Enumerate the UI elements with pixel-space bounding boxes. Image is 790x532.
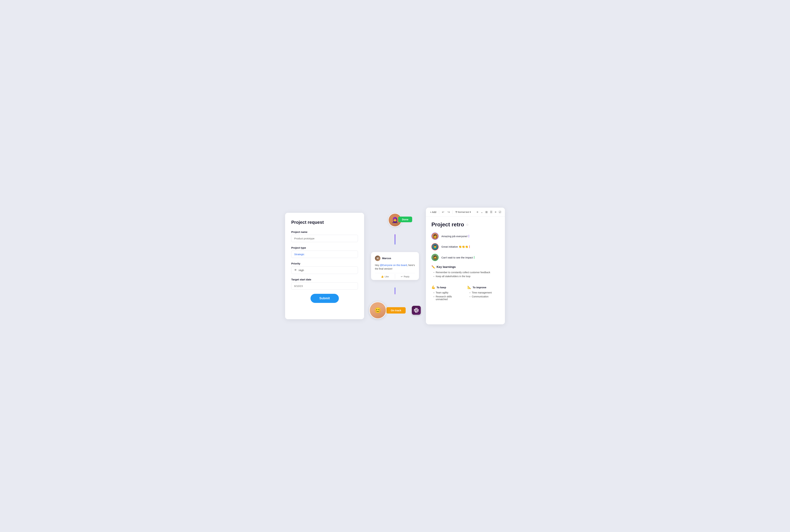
checklist-icon[interactable]: ☑ [498,210,502,214]
workflow-avatar-2: 😊 [369,302,386,319]
avatar-male-person: 😊 [370,302,386,318]
keep-item-1: Team agility [434,291,463,294]
chat-card: M Marcus Hey @Everyone on this board, he… [371,252,419,280]
target-date-field: Target start date [291,278,358,290]
project-name-label: Project name [291,230,358,233]
commenter-avatar-1: 👩 [431,232,439,240]
two-col-section: 💪 To keep Team agility Research skills u… [431,281,499,302]
chat-author-name: Marcus [382,257,391,260]
connector-line-top [394,234,396,245]
chevron-icon[interactable]: ⌄ [480,210,484,214]
improve-item-2: Communication [470,295,499,298]
add-button[interactable]: + Add [429,210,437,214]
key-learnings-title: Key learnings [437,265,456,269]
learning-2-text: Keep all stakeholders in the loop [436,275,471,278]
on-track-badge: On track [386,307,406,314]
slack-icon-container [409,306,421,315]
like-label: Like [385,275,389,278]
doc-toolbar: + Add ↩ ↪ T Normal text ▾ ≡ ⌄ ⊞ ☰ ≡ ☑ [426,208,505,216]
doc-title-row: Project retro ☆ [431,221,499,228]
to-keep-heading: 💪 To keep [431,285,463,289]
workflow-bottom: 😊 On track [369,302,421,319]
cursor-3 [474,256,474,259]
toolbar-divider-1 [439,210,439,214]
chat-message-before: Hey [375,264,380,267]
project-name-input[interactable] [291,235,358,242]
commenter-avatar-3: 🧔 [431,254,439,261]
connector-line-bottom [394,287,396,294]
priority-input[interactable]: 👁 High [291,266,358,274]
project-type-input[interactable] [291,250,358,258]
doc-content: Project retro ☆ 👩 Amazing job everyone! … [426,216,505,307]
done-badge: Done [398,216,412,222]
undo-button[interactable]: ↩ [441,210,445,214]
to-improve-heading: 📐 To improve [467,285,499,289]
commenter-2-person: 👨‍🦱 [432,244,438,250]
to-improve-title: To improve [473,286,486,289]
project-type-field: Project type [291,246,358,258]
comment-text-3: Can't wait to see the impact [441,256,499,259]
align-icon[interactable]: ≡ [476,210,479,214]
improve-item-1: Time management [470,291,499,294]
comment-item-1: 👩 Amazing job everyone! [431,232,499,240]
cursor-1 [469,235,469,238]
keep-item-2: Research skills unmatched [434,295,463,301]
to-keep-section: 💪 To keep Team agility Research skills u… [431,281,463,302]
key-learnings-emoji: ✏️ [431,265,435,269]
like-button[interactable]: 👍 Like [375,273,395,280]
keep-1-text: Team agility [436,291,448,294]
target-date-label: Target start date [291,278,358,281]
learning-1-text: Remember to constantly collect customer … [436,271,490,274]
text-style-dropdown[interactable]: T Normal text ▾ [455,210,472,214]
main-canvas: Project request Project name Project typ… [285,192,505,340]
target-date-input[interactable] [291,282,358,290]
workflow-top: 🧕 Done [388,213,402,227]
project-request-form: Project request Project name Project typ… [285,213,364,319]
keep-2-text: Research skills unmatched [436,295,463,301]
to-improve-emoji: 📐 [467,285,471,289]
to-improve-section: 📐 To improve Time management Communicati… [467,281,499,302]
like-icon: 👍 [381,275,384,278]
to-keep-emoji: 💪 [431,285,435,289]
chat-author-avatar: M [375,255,381,261]
text-style-label: Normal text [458,211,469,213]
workflow-top-row: 🧕 Done [388,213,402,227]
chat-actions: 👍 Like ↩ Reply [375,273,415,280]
commenter-3-person: 🧔 [432,254,438,261]
form-title: Project request [291,220,358,225]
to-keep-list: Team agility Research skills unmatched [431,291,463,301]
text-icon: T [456,211,457,213]
improve-2-text: Communication [472,295,489,298]
chat-body: Hey @Everyone on this board, here's the … [375,263,415,271]
list-icon[interactable]: ☰ [489,210,493,214]
chevron-down-icon: ▾ [470,211,471,213]
comment-item-3: 🧔 Can't wait to see the impact [431,254,499,261]
redo-button[interactable]: ↪ [446,210,451,214]
slack-icon[interactable] [412,306,421,315]
priority-label: Priority [291,262,358,265]
comment-text-2-content: Great initiative 👏👏👏 [441,245,469,248]
reply-label: Reply [404,275,409,278]
improve-1-text: Time management [472,291,492,294]
workflow-section: 🧕 Done M Marcus Hey @Everyone on this bo… [368,206,422,326]
doc-title: Project retro [431,221,464,228]
priority-value: High [299,269,304,272]
priority-field: Priority 👁 High [291,262,358,274]
eye-icon: 👁 [294,269,297,272]
learning-item-1: Remember to constantly collect customer … [434,271,499,274]
submit-button[interactable]: Submit [311,294,339,303]
ordered-list-icon[interactable]: ≡ [494,210,497,214]
comment-text-2: Great initiative 👏👏👏 [441,245,499,248]
reply-button[interactable]: ↩ Reply [395,273,415,280]
toolbar-right: ≡ ⌄ ⊞ ☰ ≡ ☑ [476,210,502,214]
to-keep-title: To keep [437,286,446,289]
commenter-avatar-2: 👨‍🦱 [431,243,439,250]
key-learnings-heading: ✏️ Key learnings [431,265,499,269]
to-improve-list: Time management Communication [467,291,499,298]
project-type-label: Project type [291,246,358,249]
columns-icon[interactable]: ⊞ [485,210,488,214]
chat-mention[interactable]: @Everyone on this board [380,264,407,267]
star-icon[interactable]: ☆ [466,223,469,227]
learning-item-2: Keep all stakeholders in the loop [434,275,499,278]
comment-text-1-content: Amazing job everyone! [441,235,467,238]
